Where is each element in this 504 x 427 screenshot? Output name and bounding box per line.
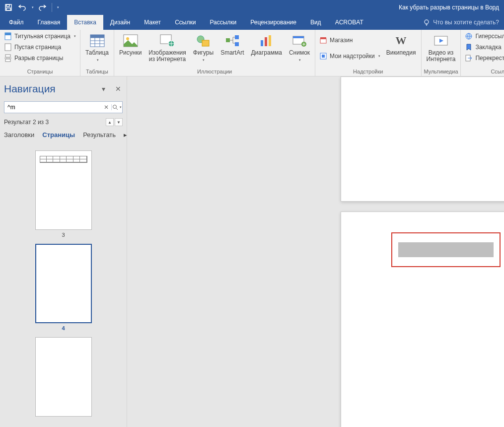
thumbnail-list: 34	[4, 141, 123, 427]
svg-rect-30	[269, 35, 271, 46]
tab-results[interactable]: Результать	[83, 131, 116, 141]
chart-button[interactable]: Диаграмма	[248, 31, 285, 56]
redo-icon[interactable]	[37, 2, 48, 13]
tab-file[interactable]: Файл	[2, 15, 31, 30]
store-icon	[319, 36, 327, 44]
bookmark-button[interactable]: Закладка	[463, 42, 504, 53]
result-count: Результат 2 из 3	[4, 119, 105, 126]
svg-rect-34	[320, 39, 326, 43]
crossref-button[interactable]: Перекрестная ссылка	[463, 53, 504, 64]
title-bar: ▾ ▾ Как убрать разрыв страницы в Ворд	[0, 0, 504, 15]
document-area[interactable]	[127, 76, 504, 427]
svg-rect-25	[226, 38, 230, 42]
online-pictures-button[interactable]: Изображенияиз Интернета	[145, 31, 189, 63]
online-video-label2: Интернета	[427, 56, 456, 63]
tab-mailings[interactable]: Рассылки	[203, 15, 243, 30]
pictures-button[interactable]: Рисунки	[116, 31, 144, 56]
online-video-label1: Видео из	[429, 49, 454, 56]
next-result-button[interactable]: ▼	[115, 118, 123, 126]
table-button[interactable]: Таблица▾	[82, 31, 112, 63]
wikipedia-button[interactable]: W Википедия	[383, 31, 419, 56]
smartart-label: SmartArt	[220, 50, 244, 56]
undo-dropdown-icon[interactable]: ▾	[32, 5, 34, 9]
group-addins: Магазин Мои надстройки▾ W Википедия Надс…	[315, 30, 421, 76]
document-page[interactable]	[341, 76, 504, 202]
smartart-button[interactable]: SmartArt	[217, 31, 247, 56]
search-box[interactable]: ✕ ▾	[4, 101, 123, 113]
group-media: Видео изИнтернета Мультимедиа	[422, 30, 461, 76]
group-illustrations: Рисунки Изображенияиз Интернета Фигуры▾ …	[114, 30, 315, 76]
navigation-pane: Навигация ▾ ✕ ✕ ▾ Результат 2 из 3 ▲ ▼ З…	[0, 76, 127, 427]
screenshot-button[interactable]: Снимок▾	[286, 31, 313, 63]
tab-view[interactable]: Вид	[303, 15, 328, 30]
svg-rect-35	[320, 37, 326, 39]
tab-layout[interactable]: Макет	[137, 15, 168, 30]
blank-page-button[interactable]: Пустая страница	[2, 42, 78, 53]
hyperlink-button[interactable]: Гиперссылка	[463, 31, 504, 42]
close-icon[interactable]: ✕	[114, 84, 123, 93]
online-video-button[interactable]: Видео изИнтернета	[424, 31, 459, 63]
pictures-icon	[123, 33, 139, 49]
tab-insert[interactable]: Вставка	[67, 15, 103, 30]
undo-icon[interactable]	[17, 2, 28, 13]
tab-pages[interactable]: Страницы	[42, 131, 75, 141]
smartart-icon	[224, 33, 240, 49]
wikipedia-icon: W	[393, 33, 409, 49]
page-break-button[interactable]: Разрыв страницы	[2, 53, 78, 64]
shapes-button[interactable]: Фигуры▾	[190, 31, 216, 63]
group-media-label: Мультимедиа	[424, 68, 459, 76]
tab-design[interactable]: Дизайн	[103, 15, 137, 30]
thumbnail-label: 4	[62, 325, 65, 331]
svg-line-43	[116, 108, 118, 110]
pictures-label: Рисунки	[119, 50, 142, 56]
lightbulb-icon	[423, 19, 430, 26]
svg-rect-9	[5, 55, 10, 57]
pane-options-icon[interactable]: ▾	[99, 84, 108, 93]
online-video-icon	[433, 33, 449, 49]
svg-rect-10	[5, 59, 10, 62]
cover-page-icon	[4, 32, 12, 40]
page-thumbnail[interactable]	[35, 244, 92, 323]
tab-headings[interactable]: Заголовки	[4, 131, 34, 141]
chart-icon	[259, 33, 275, 49]
search-input[interactable]	[4, 104, 101, 111]
group-links-label: Ссылки	[463, 68, 504, 76]
prev-result-button[interactable]: ▲	[106, 118, 114, 126]
my-addins-button[interactable]: Мои надстройки▾	[317, 51, 382, 62]
blank-page-icon	[4, 43, 12, 51]
search-dropdown-icon[interactable]: ▾	[111, 104, 122, 110]
qat-customize-icon[interactable]: ▾	[57, 5, 59, 9]
svg-rect-32	[293, 36, 304, 38]
online-pictures-label2: из Интернета	[149, 56, 186, 63]
cover-page-button[interactable]: Титульная страница▾	[2, 31, 78, 42]
clear-search-icon[interactable]: ✕	[101, 104, 111, 111]
screenshot-label: Снимок	[289, 49, 310, 56]
bookmark-label: Закладка	[475, 44, 501, 51]
hyperlink-label: Гиперссылка	[475, 33, 504, 40]
svg-rect-28	[261, 40, 263, 46]
store-button[interactable]: Магазин	[317, 35, 382, 46]
svg-rect-24	[202, 40, 209, 46]
tab-home[interactable]: Главная	[31, 15, 68, 30]
group-addins-label: Надстройки	[317, 68, 419, 76]
group-pages-label: Страницы	[2, 68, 78, 76]
highlight-box	[391, 232, 501, 267]
tab-acrobat[interactable]: ACROBAT	[328, 15, 370, 30]
svg-rect-2	[6, 8, 10, 10]
shapes-label: Фигуры	[193, 49, 214, 56]
chart-label: Диаграмма	[251, 50, 282, 56]
ribbon-tabs: Файл Главная Вставка Дизайн Макет Ссылки…	[0, 15, 504, 30]
hyperlink-icon	[465, 32, 473, 40]
crossref-label: Перекрестная ссылка	[475, 55, 504, 62]
svg-rect-27	[235, 42, 239, 46]
tell-me-search[interactable]: Что вы хотите сделать?	[418, 15, 504, 30]
tab-references[interactable]: Ссылки	[168, 15, 203, 30]
group-links: Гиперссылка Закладка Перекрестная ссылка…	[461, 30, 504, 76]
tab-review[interactable]: Рецензирование	[243, 15, 303, 30]
svg-point-20	[126, 37, 129, 40]
svg-rect-1	[6, 4, 9, 6]
page-thumbnail[interactable]	[35, 150, 92, 230]
save-icon[interactable]	[3, 2, 14, 13]
table-icon	[89, 33, 105, 49]
page-thumbnail[interactable]	[35, 337, 92, 417]
